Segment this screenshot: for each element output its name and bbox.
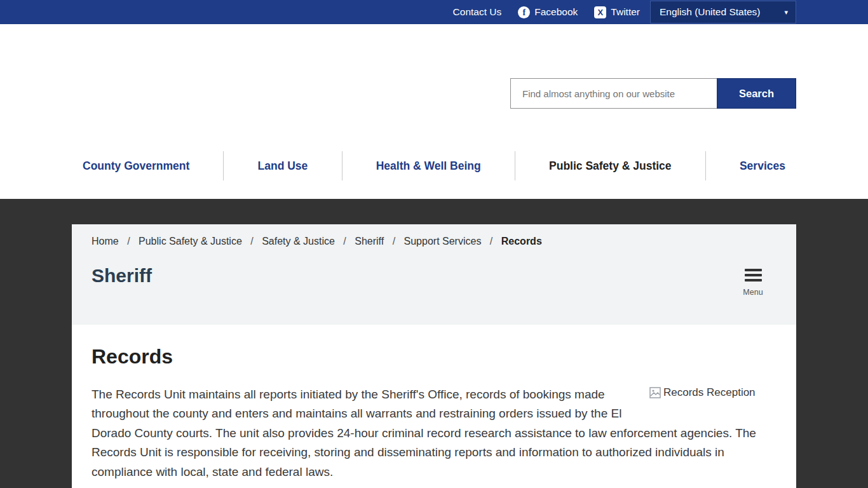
page-background: Home / Public Safety & Justice / Safety … bbox=[0, 199, 868, 488]
menu-label: Menu bbox=[739, 288, 767, 297]
nav-item-land-use[interactable]: Land Use bbox=[252, 159, 315, 173]
page-title: Records bbox=[92, 345, 776, 369]
breadcrumb-safety-justice[interactable]: Safety & Justice bbox=[262, 236, 335, 247]
chevron-down-icon: ▾ bbox=[784, 8, 788, 17]
breadcrumb-home[interactable]: Home bbox=[92, 236, 119, 247]
nav-item-health-well-being[interactable]: Health & Well Being bbox=[370, 159, 487, 173]
section-menu-button[interactable]: Menu bbox=[739, 269, 767, 297]
body-paragraph: The Records Unit maintains all reports i… bbox=[92, 385, 776, 482]
nav-divider bbox=[515, 151, 515, 180]
contact-us-label: Contact Us bbox=[453, 6, 502, 18]
top-utility-bar: Contact Us f Facebook X Twitter English … bbox=[0, 0, 868, 24]
broken-image-icon bbox=[649, 387, 661, 398]
search-button[interactable]: Search bbox=[717, 78, 796, 109]
records-reception-broken-image: Records Reception bbox=[649, 386, 776, 399]
breadcrumb-separator: / bbox=[127, 236, 130, 247]
breadcrumb-support-services[interactable]: Support Services bbox=[404, 236, 482, 247]
breadcrumb-separator: / bbox=[343, 236, 346, 247]
section-title: Sheriff bbox=[92, 265, 777, 287]
content-card: Home / Public Safety & Justice / Safety … bbox=[72, 224, 796, 488]
section-header: Home / Public Safety & Justice / Safety … bbox=[72, 224, 796, 325]
twitter-x-icon: X bbox=[594, 6, 606, 18]
breadcrumb-current-records: Records bbox=[501, 236, 542, 247]
breadcrumb-separator: / bbox=[490, 236, 492, 247]
facebook-icon: f bbox=[518, 6, 530, 18]
nav-divider bbox=[342, 151, 342, 180]
facebook-link[interactable]: f Facebook bbox=[518, 6, 578, 18]
breadcrumb-sheriff[interactable]: Sheriff bbox=[355, 236, 384, 247]
broken-image-alt-text: Records Reception bbox=[663, 386, 756, 399]
breadcrumb-public-safety-justice[interactable]: Public Safety & Justice bbox=[139, 236, 242, 247]
language-selected-value: English (United States) bbox=[660, 6, 761, 18]
breadcrumb: Home / Public Safety & Justice / Safety … bbox=[92, 236, 777, 247]
twitter-link[interactable]: X Twitter bbox=[594, 6, 640, 18]
hamburger-menu-icon bbox=[745, 269, 762, 284]
breadcrumb-separator: / bbox=[393, 236, 395, 247]
page-content: Records Records Reception The Records Un… bbox=[72, 325, 796, 482]
nav-item-public-safety-justice[interactable]: Public Safety & Justice bbox=[543, 159, 678, 173]
search-input[interactable] bbox=[510, 78, 717, 109]
site-search: Search bbox=[510, 78, 796, 109]
twitter-label: Twitter bbox=[611, 6, 640, 18]
main-navigation: County Government Land Use Health & Well… bbox=[76, 147, 792, 184]
facebook-label: Facebook bbox=[534, 6, 578, 18]
breadcrumb-separator: / bbox=[250, 236, 253, 247]
nav-divider bbox=[223, 151, 224, 180]
nav-divider bbox=[705, 151, 706, 180]
contact-us-link[interactable]: Contact Us bbox=[453, 6, 502, 18]
nav-item-services[interactable]: Services bbox=[733, 159, 792, 173]
language-selector[interactable]: English (United States) ▾ bbox=[650, 1, 796, 24]
nav-item-county-government[interactable]: County Government bbox=[76, 159, 196, 173]
